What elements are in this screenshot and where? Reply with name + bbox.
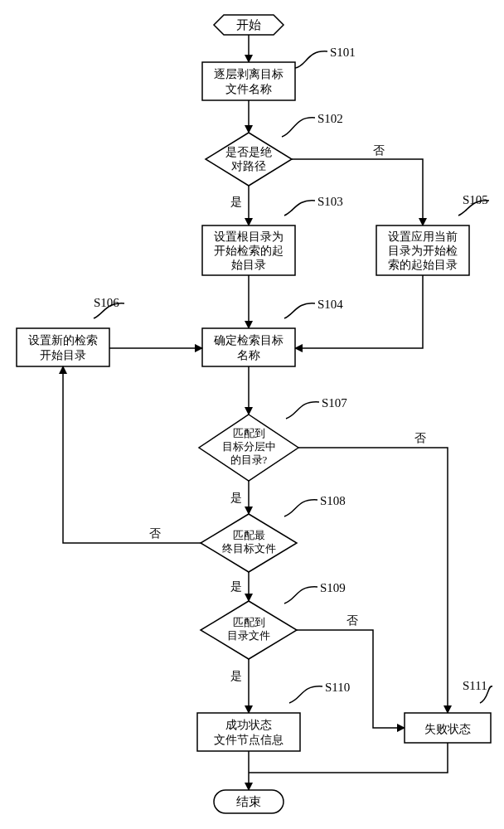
svg-text:匹配到: 匹配到 (233, 616, 265, 628)
svg-text:名称: 名称 (237, 349, 260, 361)
svg-text:是: 是 (230, 580, 242, 593)
svg-text:成功状态: 成功状态 (225, 719, 272, 731)
node-s105: 设置应用当前 目录为开始检 索的起始目录 (376, 225, 469, 275)
svg-text:否: 否 (414, 432, 426, 444)
svg-text:设置新的检索: 设置新的检索 (28, 334, 98, 347)
node-s111: 失败状态 (405, 713, 491, 743)
svg-text:始目录: 始目录 (231, 259, 266, 271)
label-s109: S109 (320, 581, 346, 594)
svg-text:是: 是 (230, 492, 242, 504)
branch-no: 否 (373, 144, 385, 157)
svg-text:是否是绝: 是否是绝 (225, 146, 272, 158)
label-s110: S110 (325, 681, 350, 694)
node-s101: 逐层剥离目标 文件名称 (202, 62, 295, 100)
svg-text:否: 否 (149, 527, 161, 540)
svg-text:逐层剥离目标: 逐层剥离目标 (214, 68, 284, 80)
node-s110: 成功状态 文件节点信息 (197, 713, 300, 751)
node-s104: 确定检索目标 名称 (202, 328, 295, 366)
label-s101: S101 (330, 46, 356, 59)
node-s109: 匹配到 目录文件 (201, 601, 297, 659)
svg-text:开始目录: 开始目录 (40, 349, 86, 361)
svg-text:确定检索目标: 确定检索目标 (213, 334, 284, 347)
node-end: 结束 (214, 790, 284, 813)
svg-text:失败状态: 失败状态 (424, 723, 471, 735)
svg-text:文件节点信息: 文件节点信息 (214, 734, 284, 746)
svg-text:设置根目录为: 设置根目录为 (214, 230, 284, 243)
flowchart-diagram: 开始 逐层剥离目标 文件名称 S101 是否是绝 对路径 S102 是 否 设置… (0, 0, 504, 829)
svg-text:是: 是 (230, 670, 242, 682)
svg-text:匹配最: 匹配最 (233, 529, 265, 541)
svg-text:开始: 开始 (236, 18, 261, 32)
svg-text:的目录?: 的目录? (230, 453, 268, 466)
node-start: 开始 (214, 15, 284, 35)
node-s103: 设置根目录为 开始检索的起 始目录 (202, 225, 295, 275)
svg-text:索的起始目录: 索的起始目录 (388, 259, 458, 271)
label-s102: S102 (317, 112, 343, 125)
node-s106: 设置新的检索 开始目录 (17, 328, 109, 366)
node-s107: 匹配到 目标分层中 的目录? (199, 414, 298, 481)
label-s111: S111 (463, 679, 487, 692)
svg-text:目标分层中: 目标分层中 (222, 440, 276, 453)
svg-text:结束: 结束 (236, 795, 261, 808)
label-s105: S105 (463, 193, 488, 206)
svg-text:目录文件: 目录文件 (227, 629, 270, 642)
label-s104: S104 (317, 298, 343, 311)
label-s106: S106 (94, 296, 119, 309)
label-s107: S107 (322, 396, 347, 410)
svg-text:开始检索的起: 开始检索的起 (214, 245, 284, 257)
svg-text:目录为开始检: 目录为开始检 (388, 245, 458, 257)
svg-text:设置应用当前: 设置应用当前 (388, 230, 458, 243)
svg-text:否: 否 (346, 614, 358, 627)
node-s102: 是否是绝 对路径 (206, 133, 292, 186)
label-s103: S103 (317, 195, 343, 208)
svg-text:对路径: 对路径 (231, 160, 266, 172)
svg-text:匹配到: 匹配到 (233, 427, 265, 439)
svg-text:文件名称: 文件名称 (225, 83, 272, 95)
node-s108: 匹配最 终目标文件 (201, 514, 297, 572)
svg-text:终目标文件: 终目标文件 (222, 542, 276, 555)
svg-marker-7 (206, 133, 292, 186)
branch-yes: 是 (230, 196, 242, 208)
label-s108: S108 (320, 494, 346, 507)
